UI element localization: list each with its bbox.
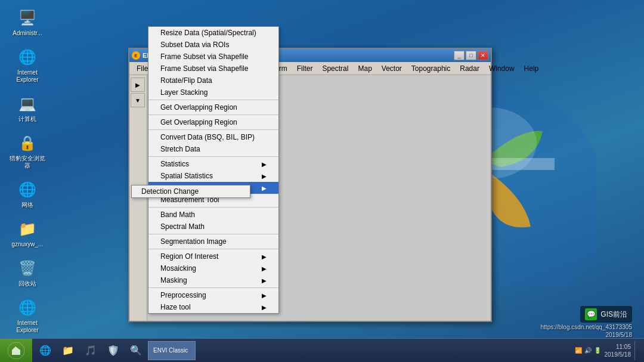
- window-icon: E: [132, 51, 140, 60]
- recycle-icon: 🗑️: [18, 259, 37, 278]
- watermark-url: https://blog.csdn.net/qq_43173305: [541, 324, 632, 330]
- basic-tools-dropdown: Resize Data (Spatial/Spectral) Subset Da…: [148, 26, 279, 314]
- dropdown-stretch[interactable]: Stretch Data: [148, 143, 278, 155]
- preprocessing-arrow: ▶: [262, 292, 267, 299]
- dropdown-spectral-math[interactable]: Spectral Math: [148, 221, 278, 233]
- recycle-label: 回收站: [18, 280, 36, 287]
- menu-vector[interactable]: Vector: [377, 63, 407, 74]
- desktop-icon-network[interactable]: 🌐 网络: [6, 178, 49, 211]
- roi-arrow: ▶: [262, 253, 267, 260]
- taskbar-browser-icon[interactable]: 🛡️: [103, 340, 124, 361]
- show-desktop-button[interactable]: [634, 341, 639, 360]
- desktop-icon-recycle[interactable]: 🗑️ 回收站: [6, 256, 49, 290]
- taskbar-right: 📶 🔊 🔋 11:05 2019/5/18: [570, 339, 645, 362]
- spatial-stats-arrow: ▶: [262, 173, 267, 180]
- wechat-badge: 💬 GIS前沿: [580, 306, 632, 323]
- volume-icon: 🔊: [584, 347, 592, 354]
- statistics-arrow: ▶: [262, 161, 267, 168]
- taskbar-ie-icon[interactable]: 🌐: [35, 340, 56, 361]
- haze-arrow: ▶: [262, 304, 267, 311]
- administrator-icon: 🖥️: [18, 8, 37, 27]
- watermark-date: 2019/5/18: [606, 332, 633, 338]
- menu-window[interactable]: Window: [484, 63, 519, 74]
- dropdown-rotate[interactable]: Rotate/Flip Data: [148, 75, 278, 86]
- taskbar-date-display: 2019/5/18: [605, 351, 631, 358]
- network-status-icon: 📶: [575, 347, 582, 354]
- menu-radar[interactable]: Radar: [455, 63, 484, 74]
- taskbar-time-display: 11:05: [605, 343, 631, 351]
- dropdown-overlapping-1[interactable]: Get Overlapping Region: [148, 101, 278, 113]
- desktop-icon-ie2[interactable]: 🌐 Internet Explorer: [6, 296, 49, 336]
- change-detection-arrow: ▶: [262, 185, 267, 191]
- network-icon: 🌐: [18, 180, 37, 199]
- dropdown-mosaicking[interactable]: Mosaicking ▶: [148, 262, 278, 274]
- ie1-label: Internet Explorer: [8, 69, 47, 83]
- taskbar-search-icon[interactable]: 🔍: [125, 340, 147, 361]
- separator-1: [148, 100, 278, 100]
- dropdown-roi[interactable]: Region Of Interest ▶: [148, 250, 278, 262]
- separator-5: [148, 207, 278, 208]
- watermark: 💬 GIS前沿 https://blog.csdn.net/qq_4317330…: [541, 306, 632, 338]
- taskbar-system-icons: 📶 🔊 🔋: [575, 347, 601, 354]
- administrator-label: Administr...: [13, 30, 42, 37]
- dropdown-preprocessing[interactable]: Preprocessing ▶: [148, 289, 278, 301]
- separator-8: [148, 287, 278, 288]
- desktop-icon-ie1[interactable]: 🌐 Internet Explorer: [6, 45, 49, 86]
- desktop-icon-folder[interactable]: 📁 gznuxyw_...: [6, 217, 49, 250]
- dropdown-frame-subset-2[interactable]: Frame Subset via Shapefile: [148, 63, 278, 75]
- separator-3: [148, 129, 278, 130]
- dropdown-haze[interactable]: Haze tool ▶: [148, 301, 278, 313]
- dropdown-resize[interactable]: Resize Data (Spatial/Spectral): [148, 27, 278, 39]
- menu-filter[interactable]: Filter: [292, 63, 318, 74]
- taskbar-icons: 🌐 📁 🎵 🛡️ 🔍 ENVI Classic: [32, 340, 570, 361]
- dropdown-statistics[interactable]: Statistics ▶: [148, 158, 278, 170]
- taskbar-envi-button[interactable]: ENVI Classic: [148, 341, 196, 360]
- desktop-icon-administrator[interactable]: 🖥️ Administr...: [6, 6, 49, 39]
- dropdown-spatial-stats[interactable]: Spatial Statistics ▶: [148, 170, 278, 182]
- mosaicking-arrow: ▶: [262, 265, 267, 272]
- wechat-label: GIS前沿: [600, 310, 627, 320]
- folder-icon: 📁: [18, 219, 37, 239]
- dropdown-overlapping-2[interactable]: Get Overlapping Region: [148, 116, 278, 128]
- separator-2: [148, 115, 278, 115]
- window-controls: _ □ ✕: [454, 51, 488, 60]
- close-button[interactable]: ✕: [478, 51, 488, 60]
- maximize-button[interactable]: □: [466, 51, 476, 60]
- dropdown-layer-stacking[interactable]: Layer Stacking: [148, 86, 278, 98]
- ie2-icon: 🌐: [18, 298, 37, 317]
- taskbar-folder-icon[interactable]: 📁: [57, 340, 79, 361]
- desktop: 🖥️ Administr... 🌐 Internet Explorer 💻 计算…: [0, 0, 644, 362]
- dropdown-convert[interactable]: Convert Data (BSQ, BIL, BIP): [148, 131, 278, 143]
- desktop-icons-container: 🖥️ Administr... 🌐 Internet Explorer 💻 计算…: [0, 0, 55, 362]
- separator-6: [148, 234, 278, 234]
- sidebar-tool-2[interactable]: ▼: [131, 93, 145, 107]
- menu-topographic[interactable]: Topographic: [407, 63, 455, 74]
- menu-help[interactable]: Help: [519, 63, 544, 74]
- separator-7: [148, 249, 278, 249]
- menu-map[interactable]: Map: [353, 63, 376, 74]
- sidebar-tool-1[interactable]: ▶: [131, 78, 145, 92]
- submenu-detection-change[interactable]: Detection Change: [132, 185, 250, 197]
- ie2-label: Internet Explorer: [8, 320, 47, 334]
- dropdown-segmentation[interactable]: Segmentation Image: [148, 236, 278, 247]
- start-button[interactable]: [0, 339, 32, 363]
- separator-4: [148, 156, 278, 157]
- computer-icon: 💻: [18, 94, 37, 113]
- menu-spectral[interactable]: Spectral: [317, 63, 353, 74]
- dropdown-band-math[interactable]: Band Math: [148, 209, 278, 221]
- dropdown-frame-subset-1[interactable]: Frame Subset via Shapefile: [148, 51, 278, 63]
- change-detection-submenu: Detection Change: [131, 185, 250, 198]
- minimize-button[interactable]: _: [454, 51, 465, 60]
- battery-icon: 🔋: [594, 347, 601, 354]
- taskbar-media-icon[interactable]: 🎵: [80, 340, 101, 361]
- dropdown-masking[interactable]: Masking ▶: [148, 274, 278, 286]
- computer-label: 计算机: [18, 116, 36, 123]
- browser-icon: 🔒: [18, 134, 37, 153]
- desktop-icon-browser[interactable]: 🔒 猎豹安全浏览器: [6, 131, 49, 172]
- folder-label: gznuxyw_...: [12, 241, 44, 248]
- window-sidebar: ▶ ▼: [129, 75, 147, 321]
- desktop-icon-computer[interactable]: 💻 计算机: [6, 92, 49, 125]
- dropdown-subset-rois[interactable]: Subset Data via ROIs: [148, 39, 278, 51]
- wechat-icon: 💬: [585, 308, 597, 320]
- ie1-icon: 🌐: [18, 48, 37, 67]
